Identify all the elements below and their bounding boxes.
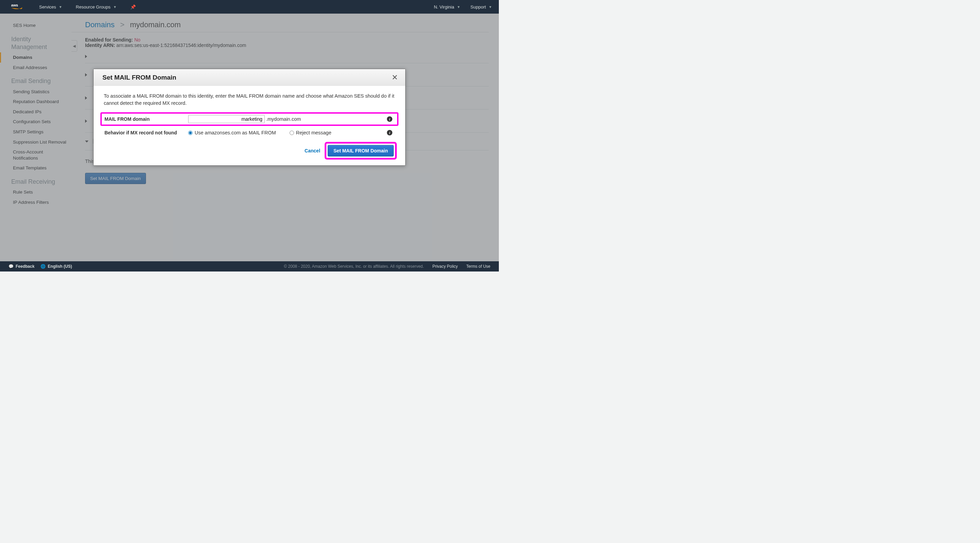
modal-actions: Cancel Set MAIL FROM Domain (94, 141, 405, 165)
mail-from-domain-label: MAIL FROM domain (104, 116, 188, 122)
mail-from-domain-field: .mydomain.com (188, 115, 382, 123)
info-icon[interactable]: i (387, 116, 392, 122)
chevron-down-icon: ▼ (457, 5, 460, 9)
radio-reject-message-input[interactable] (290, 131, 294, 135)
info-icon[interactable]: i (387, 130, 392, 135)
mail-from-domain-row: MAIL FROM domain .mydomain.com i (101, 113, 398, 125)
nav-region-label: N. Virginia (434, 5, 454, 10)
close-icon[interactable]: ✕ (392, 74, 398, 81)
svg-text:aws: aws (11, 3, 18, 7)
set-mail-from-domain-submit-button[interactable]: Set MAIL FROM Domain (328, 145, 394, 157)
modal-description: To associate a MAIL FROM domain to this … (104, 92, 395, 107)
modal-header: Set MAIL FROM Domain ✕ (94, 69, 405, 86)
mail-from-domain-suffix: .mydomain.com (266, 116, 301, 122)
modal-body: To associate a MAIL FROM domain to this … (94, 86, 405, 141)
pin-icon: 📌 (130, 5, 136, 10)
nav-support[interactable]: Support ▼ (471, 5, 492, 10)
nav-region[interactable]: N. Virginia ▼ (434, 5, 460, 10)
nav-services-label: Services (39, 5, 56, 10)
aws-logo[interactable]: aws (3, 2, 30, 11)
mx-behavior-row: Behavior if MX record not found Use amaz… (104, 128, 395, 138)
mx-behavior-radio-group: Use amazonses.com as MAIL FROM Reject me… (188, 130, 382, 135)
footer-privacy-link[interactable]: Privacy Policy (433, 264, 458, 269)
nav-resource-groups[interactable]: Resource Groups ▼ (76, 5, 117, 10)
submit-highlight: Set MAIL FROM Domain (326, 144, 395, 158)
chevron-down-icon: ▼ (488, 5, 492, 9)
modal-overlay: Set MAIL FROM Domain ✕ To associate a MA… (0, 14, 499, 261)
footer-feedback[interactable]: 💬 Feedback (8, 264, 34, 269)
mx-behavior-label: Behavior if MX record not found (104, 130, 188, 135)
mail-from-domain-input[interactable] (188, 115, 265, 123)
nav-support-label: Support (471, 5, 486, 10)
nav-services[interactable]: Services ▼ (39, 5, 62, 10)
modal-title: Set MAIL FROM Domain (102, 74, 176, 81)
footer-language[interactable]: 🌐 English (US) (40, 264, 72, 269)
chevron-down-icon: ▼ (113, 5, 117, 9)
nav-resource-groups-label: Resource Groups (76, 5, 111, 10)
radio-use-amazonses-input[interactable] (188, 131, 192, 135)
footer-feedback-label: Feedback (16, 264, 34, 269)
footer: 💬 Feedback 🌐 English (US) © 2008 - 2020,… (0, 261, 499, 272)
footer-terms-link[interactable]: Terms of Use (466, 264, 490, 269)
radio-reject-message[interactable]: Reject message (290, 130, 331, 135)
chevron-down-icon: ▼ (59, 5, 62, 9)
chat-icon: 💬 (8, 264, 14, 269)
nav-pin[interactable]: 📌 (130, 5, 136, 10)
radio-use-amazonses-label: Use amazonses.com as MAIL FROM (195, 130, 276, 135)
cancel-button[interactable]: Cancel (305, 148, 320, 154)
footer-language-label: English (US) (48, 264, 72, 269)
set-mail-from-modal: Set MAIL FROM Domain ✕ To associate a MA… (93, 69, 406, 166)
globe-icon: 🌐 (40, 264, 46, 269)
radio-use-amazonses[interactable]: Use amazonses.com as MAIL FROM (188, 130, 276, 135)
footer-copyright: © 2008 - 2020, Amazon Web Services, Inc.… (284, 264, 424, 269)
radio-reject-message-label: Reject message (296, 130, 331, 135)
top-navigation: aws Services ▼ Resource Groups ▼ 📌 N. Vi… (0, 0, 499, 14)
